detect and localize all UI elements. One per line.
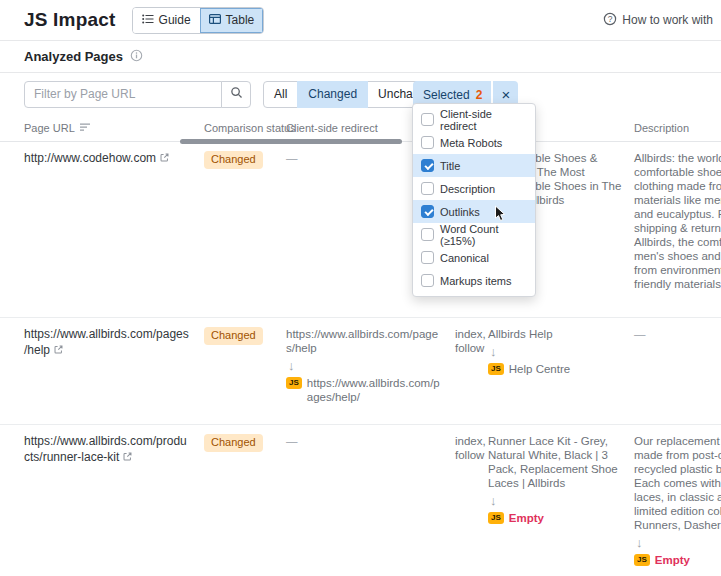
external-link-icon[interactable] xyxy=(156,151,170,165)
title-before: Allbirds Help xyxy=(488,327,622,341)
page-url-cell: https://www.allbirds.com/products/runner… xyxy=(24,434,204,466)
checkbox-checked[interactable] xyxy=(421,159,434,172)
checkbox[interactable] xyxy=(421,182,434,195)
dropdown-item-meta-robots[interactable]: Meta Robots xyxy=(413,131,535,154)
dropdown-item-description[interactable]: Description xyxy=(413,177,535,200)
status-cell: Changed xyxy=(204,327,286,345)
js-badge: JS xyxy=(634,554,650,566)
transform-arrow-icon: ↓ xyxy=(490,345,622,358)
topbar: JS Impact Guide Table ? How to work with xyxy=(0,0,721,41)
transform-arrow-icon: ↓ xyxy=(288,359,443,372)
transform-arrow-icon: ↓ xyxy=(636,536,721,549)
status-badge: Changed xyxy=(204,151,263,169)
dropdown-item-word-count[interactable]: Word Count (≥15%) xyxy=(413,223,535,246)
filter-all-button[interactable]: All xyxy=(263,81,298,108)
checkbox[interactable] xyxy=(421,251,434,264)
dropdown-item-markups-items[interactable]: Markups items xyxy=(413,269,535,292)
title-cell: Runner Lace Kit - Grey, Natural White, B… xyxy=(488,434,634,525)
dropdown-item-label: Title xyxy=(440,160,460,172)
table-row: https://www.allbirds.com/products/runner… xyxy=(0,425,721,576)
redirect-after: https://www.allbirds.com/pages/help/ xyxy=(307,376,443,404)
url-filter-group xyxy=(24,81,251,108)
meta-robots-cell: index, follow xyxy=(455,327,488,355)
help-link[interactable]: ? How to work with xyxy=(603,12,715,29)
filter-changed-button[interactable]: Changed xyxy=(297,81,368,108)
dropdown-item-label: Description xyxy=(440,183,495,195)
checkbox[interactable] xyxy=(421,136,434,149)
dropdown-item-outlinks[interactable]: Outlinks xyxy=(413,200,535,223)
dropdown-item-canonical[interactable]: Canonical xyxy=(413,246,535,269)
search-button[interactable] xyxy=(221,81,251,108)
title-after: Help Centre xyxy=(509,362,570,376)
section-title: Analyzed Pages xyxy=(24,49,123,64)
help-link-label: How to work with xyxy=(622,13,713,27)
question-icon: ? xyxy=(603,12,617,29)
list-icon xyxy=(142,13,154,27)
column-header-page-url: Page URL xyxy=(24,122,204,134)
column-label: Page URL xyxy=(24,122,75,134)
description-cell: Allbirds: the world's most comfortable s… xyxy=(634,151,721,291)
analyzed-pages-table: Page URL Comparison status Client-side r… xyxy=(0,115,721,576)
dropdown-item-title[interactable]: Title xyxy=(413,154,535,177)
redirect-before: https://www.allbirds.com/pages/help xyxy=(286,327,443,355)
checkbox[interactable] xyxy=(421,228,434,241)
title-after-empty: Empty xyxy=(509,511,544,525)
dropdown-item-label: Word Count (≥15%) xyxy=(440,223,527,247)
dropdown-item-label: Canonical xyxy=(440,252,489,264)
description-after-empty: Empty xyxy=(655,553,690,567)
dropdown-item-label: Markups items xyxy=(440,275,512,287)
status-badge: Changed xyxy=(204,327,263,345)
page-url-cell: https://www.allbirds.com/pages/help xyxy=(24,327,204,359)
tab-table[interactable]: Table xyxy=(200,8,264,33)
description-cell: — xyxy=(634,327,721,341)
js-badge: JS xyxy=(488,512,504,524)
external-link-icon[interactable] xyxy=(119,450,133,464)
column-header-description: Description xyxy=(634,122,721,134)
filter-bar: All Changed Unchanged Selected 2 × xyxy=(0,73,721,115)
redirect-cell: https://www.allbirds.com/pages/help ↓ JS… xyxy=(286,327,455,404)
selected-filter-label: Selected xyxy=(423,88,470,102)
sort-icon[interactable] xyxy=(80,122,91,134)
tab-guide-label: Guide xyxy=(159,13,191,27)
view-toggle: Guide Table xyxy=(132,7,265,34)
status-cell: Changed xyxy=(204,151,286,169)
tab-guide[interactable]: Guide xyxy=(133,8,200,33)
cursor-pointer-icon xyxy=(494,205,506,227)
meta-robots-cell: index, follow xyxy=(455,434,488,462)
js-badge: JS xyxy=(488,363,504,375)
redirect-cell: — xyxy=(286,434,455,448)
page-url-cell: http://www.codehow.com xyxy=(24,151,204,167)
svg-text:?: ? xyxy=(608,14,613,24)
page-url-filter-input[interactable] xyxy=(24,81,222,108)
dropdown-item-label: Meta Robots xyxy=(440,137,502,149)
column-header-status: Comparison status xyxy=(204,122,286,134)
transform-arrow-icon: ↓ xyxy=(490,494,622,507)
checkbox-checked[interactable] xyxy=(421,205,434,218)
dropdown-item-label: Outlinks xyxy=(440,206,480,218)
page-url-text: http://www.codehow.com xyxy=(24,151,156,165)
description-before: Our replacement laces are made from post… xyxy=(634,434,721,532)
page-url-text: https://www.allbirds.com/products/runner… xyxy=(24,434,187,464)
checkbox[interactable] xyxy=(421,113,434,126)
column-select-dropdown: Client-side redirect Meta Robots Title D… xyxy=(412,103,536,297)
close-icon: × xyxy=(502,86,511,103)
table-icon xyxy=(209,13,221,27)
table-header-row: Page URL Comparison status Client-side r… xyxy=(0,115,721,142)
dropdown-item-label: Client-side redirect xyxy=(440,108,527,132)
title-cell: Allbirds Help ↓ JS Help Centre xyxy=(488,327,634,376)
table-row: https://www.allbirds.com/pages/help Chan… xyxy=(0,318,721,425)
search-icon xyxy=(230,86,243,102)
external-link-icon[interactable] xyxy=(50,343,64,357)
dropdown-item-client-side-redirect[interactable]: Client-side redirect xyxy=(413,108,535,131)
js-badge: JS xyxy=(286,377,302,389)
title-before: Runner Lace Kit - Grey, Natural White, B… xyxy=(488,434,622,490)
info-icon[interactable] xyxy=(130,48,143,66)
table-row: http://www.codehow.com Changed — Comfort… xyxy=(0,142,721,318)
checkbox[interactable] xyxy=(421,274,434,287)
horizontal-scrollbar-thumb[interactable] xyxy=(180,139,402,144)
page-url-text: https://www.allbirds.com/pages/help xyxy=(24,327,189,357)
tab-table-label: Table xyxy=(226,13,255,27)
description-cell: Our replacement laces are made from post… xyxy=(634,434,721,567)
page-title: JS Impact xyxy=(24,9,116,31)
selected-count-badge: 2 xyxy=(476,88,483,102)
